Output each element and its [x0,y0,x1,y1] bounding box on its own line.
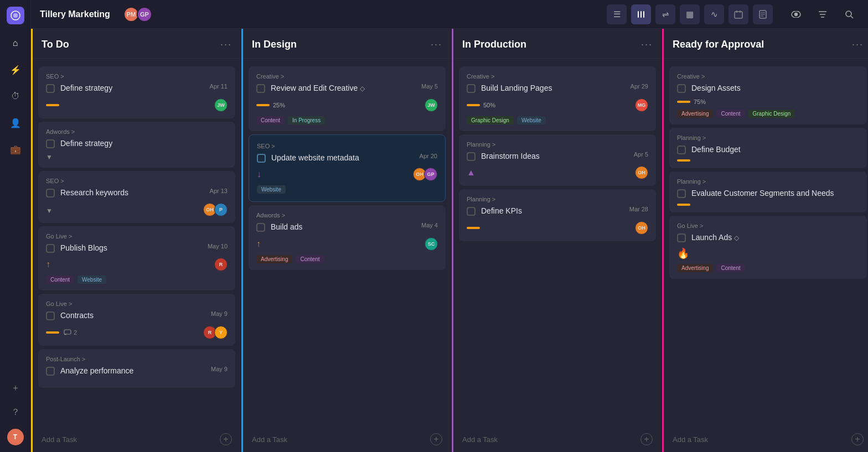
add-task-icon[interactable]: + [220,433,232,445]
task-card[interactable]: Adwords > Build ads May 4 ↑ SC Advertisi… [249,205,446,270]
task-card[interactable]: Planning > Brainstorm Ideas Apr 5 ▲ OH [459,134,656,186]
task-checkbox[interactable] [677,146,686,154]
task-header: Review and Edit Creative ◇ May 5 [256,83,438,94]
sidebar-people-icon[interactable]: 👤 [8,115,23,131]
task-card[interactable]: SEO > Define strategy Apr 11 JW [38,66,235,118]
task-checkbox[interactable] [256,223,265,232]
task-checkbox[interactable] [46,139,55,148]
add-task-button[interactable]: Add a Task + [664,427,868,452]
task-tags: Content In Progress [256,116,438,124]
sidebar-user-avatar[interactable]: T [7,429,24,445]
task-checkbox[interactable] [46,189,55,198]
task-checkbox[interactable] [46,84,55,93]
priority-bar [677,204,690,206]
chart-view-btn[interactable]: ∿ [704,4,724,24]
add-task-button[interactable]: Add a Task + [243,427,451,452]
add-task-button[interactable]: Add a Task + [33,427,241,452]
task-meta: 🔥 [677,247,859,259]
avatar-user2[interactable]: GP [137,7,152,22]
task-card[interactable]: SEO > Research keywords Apr 13 ▼ OH P [38,171,235,223]
task-checkbox[interactable] [46,311,55,320]
app-logo[interactable] [7,7,24,24]
task-card[interactable]: Creative > Review and Edit Creative ◇ Ma… [249,66,446,131]
task-checkbox[interactable] [467,152,476,161]
sidebar-add-icon[interactable]: ＋ [8,380,23,396]
task-card[interactable]: Go Live > Publish Blogs May 10 ↑ R Conte… [38,226,235,291]
task-header: Define strategy [46,138,228,149]
task-checkbox[interactable] [46,367,55,376]
task-checkbox[interactable] [467,207,476,216]
task-header: Define KPIs Mar 28 [467,206,648,217]
progress-pct: 25% [273,102,285,108]
column-inproduction-more[interactable]: ··· [641,39,653,50]
sidebar-help-icon[interactable]: ？ [8,404,23,420]
column-approval-more[interactable]: ··· [852,39,864,50]
task-tags: Graphic Design Website [467,116,648,124]
task-checkbox[interactable] [256,84,265,93]
task-card[interactable]: Post-Launch > Analyze performance May 9 [38,349,235,388]
column-indesign-title: In Design [252,39,297,50]
task-card[interactable]: Planning > Define Budget [669,128,867,169]
task-title: Define Budget [691,144,859,155]
task-checkbox[interactable] [467,84,476,93]
add-task-icon[interactable]: + [851,433,864,445]
task-meta: JW [46,98,228,112]
board-view-btn[interactable]: ▦ [680,4,700,24]
task-header: Analyze performance May 9 [46,366,228,377]
add-task-icon[interactable]: + [640,433,653,445]
table-view-btn[interactable]: ⇌ [655,4,675,24]
add-task-button[interactable]: Add a Task + [453,427,662,452]
task-card[interactable]: Planning > Define KPIs Mar 28 OH [459,189,656,241]
eye-button[interactable] [786,4,806,24]
task-section: Go Live > [46,233,228,240]
column-approval: Ready for Approval ··· Creative > Design… [662,29,868,452]
filter-button[interactable] [813,4,833,24]
task-card[interactable]: Go Live > Launch Ads ◇ 🔥 Advertising Con… [669,216,867,279]
task-header: Design Assets [677,83,859,94]
tag: Advertising [256,255,292,263]
sidebar-history-icon[interactable]: ⏱ [8,89,23,104]
sidebar-activity-icon[interactable]: ⚡ [8,62,23,77]
task-header: Research keywords Apr 13 [46,188,228,199]
sidebar-home-icon[interactable]: ⌂ [8,35,23,51]
task-header: Update website metadata Apr 20 [257,153,437,164]
task-title: Define KPIs [481,206,624,217]
task-card-overlay[interactable]: SEO > Update website metadata Apr 20 ↓ O… [249,134,446,202]
task-tags: Advertising Content [677,264,859,272]
task-card[interactable]: Adwords > Define strategy ▼ [38,122,235,168]
avatar: Y [214,326,228,339]
add-task-label: Add a Task [462,435,498,444]
task-card[interactable]: Go Live > Contracts May 9 [38,294,235,346]
task-card[interactable]: Planning > Evaluate Customer Segments an… [669,172,867,212]
column-todo-more[interactable]: ··· [220,39,232,50]
task-checkbox[interactable] [677,84,686,93]
column-indesign: In Design ··· Creative > Review and Edit… [241,29,452,452]
svg-point-13 [795,13,798,15]
column-inproduction-header: In Production ··· [453,29,662,59]
svg-rect-19 [64,330,71,334]
svg-rect-4 [643,11,644,18]
sidebar-portfolio-icon[interactable]: 💼 [8,142,23,157]
add-task-icon[interactable]: + [430,433,442,445]
priority-bar [467,104,480,106]
gantt-view-btn[interactable] [631,4,651,24]
task-checkbox[interactable] [677,233,686,242]
task-card[interactable]: Creative > Design Assets 75% Advertising [669,66,867,124]
tag: Advertising [677,110,713,118]
file-view-btn[interactable] [753,4,773,24]
task-date: Apr 29 [631,83,648,90]
task-card[interactable]: Creative > Build Landing Pages Apr 29 50… [459,66,656,131]
search-button[interactable] [839,4,859,24]
task-avatars: OH [635,221,648,235]
task-header: Launch Ads ◇ [677,232,859,243]
task-header: Evaluate Customer Segments and Needs [677,188,859,199]
task-checkbox[interactable] [46,244,55,253]
column-todo-body: SEO > Define strategy Apr 11 JW [33,59,241,427]
column-indesign-more[interactable]: ··· [431,39,442,50]
list-view-btn[interactable]: ☰ [607,4,627,24]
task-checkbox[interactable] [257,154,266,163]
tag: Graphic Design [467,116,514,124]
task-checkbox[interactable] [677,189,686,198]
calendar-view-btn[interactable] [728,4,748,24]
task-tags: Content Website [46,276,228,284]
